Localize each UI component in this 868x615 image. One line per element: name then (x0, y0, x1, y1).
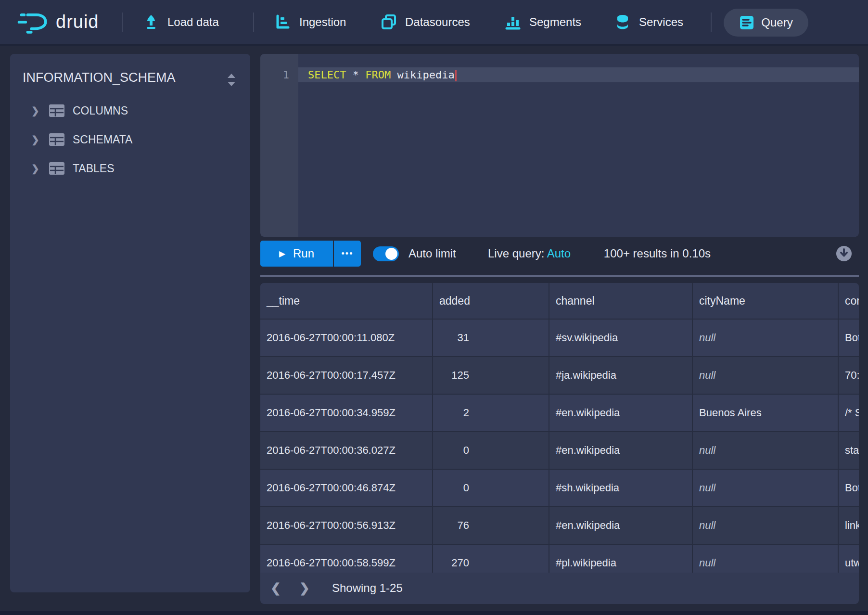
cell-time[interactable]: 2016-06-27T00:00:11.080Z (260, 319, 433, 357)
column-header-cityname[interactable]: cityName (692, 283, 838, 319)
next-page-button[interactable]: ❯ (296, 579, 313, 597)
cell-channel[interactable]: #en.wikipedia (549, 432, 692, 469)
line-number: 1 (260, 67, 289, 82)
live-query-label: Live query: (488, 247, 544, 260)
cell-added[interactable]: 0 (433, 432, 549, 469)
results-table: __time added channel cityName comment 20… (260, 283, 859, 582)
sql-star: * (353, 69, 359, 81)
table-icon (49, 162, 65, 175)
sidebar-item-tables[interactable]: ❯ TABLES (10, 159, 250, 178)
nav-item-segments[interactable]: Segments (504, 0, 581, 44)
cell-cityname[interactable]: Buenos Aires (692, 394, 838, 432)
cell-comment[interactable]: Bot (838, 469, 859, 507)
cell-added[interactable]: 31 (433, 319, 549, 357)
cell-added[interactable]: 0 (433, 469, 549, 507)
cell-cityname[interactable]: null (692, 319, 838, 357)
table-row: 2016-06-27T00:00:17.457Z 125 #ja.wikiped… (260, 357, 859, 394)
sql-editor[interactable]: 1 SELECT * FROM wikipedia (260, 54, 859, 237)
sidebar-item-label: TABLES (73, 162, 115, 175)
cell-cityname[interactable]: null (692, 469, 838, 507)
cell-time[interactable]: 2016-06-27T00:00:36.027Z (260, 432, 433, 469)
chevron-right-icon: ❯ (31, 105, 41, 116)
nav-divider (253, 13, 254, 32)
resize-splitter[interactable] (260, 275, 859, 277)
druid-logo[interactable]: druid (17, 0, 99, 44)
double-caret-icon[interactable] (225, 72, 238, 90)
nav-item-datasources[interactable]: Datasources (380, 0, 470, 44)
sidebar-item-columns[interactable]: ❯ COLUMNS (10, 101, 250, 120)
results-body: 2016-06-27T00:00:11.080Z 31 #sv.wikipedi… (260, 319, 859, 582)
play-icon: ▶ (279, 249, 285, 259)
auto-limit-label: Auto limit (408, 247, 456, 260)
table-row: 2016-06-27T00:00:34.959Z 2 #en.wikipedia… (260, 394, 859, 432)
nav-item-load-data[interactable]: Load data (142, 0, 219, 44)
cell-time[interactable]: 2016-06-27T00:00:34.959Z (260, 394, 433, 432)
cell-time[interactable]: 2016-06-27T00:00:17.457Z (260, 357, 433, 394)
cell-added[interactable]: 125 (433, 357, 549, 394)
services-icon (614, 13, 631, 31)
cell-channel[interactable]: #en.wikipedia (549, 507, 692, 544)
sidebar-item-label: COLUMNS (73, 104, 128, 117)
run-button-label: Run (293, 247, 314, 260)
cell-time[interactable]: 2016-06-27T00:00:56.913Z (260, 507, 433, 544)
chevron-right-icon: ❯ (31, 134, 41, 145)
cell-comment[interactable]: 70: (838, 357, 859, 394)
cell-cityname[interactable]: null (692, 507, 838, 544)
window-bottom-edge (0, 611, 868, 615)
cell-time[interactable]: 2016-06-27T00:00:46.874Z (260, 469, 433, 507)
nav-item-label: Query (761, 16, 792, 29)
nav-item-ingestion[interactable]: Ingestion (274, 0, 346, 44)
results-header-row: __time added channel cityName comment (260, 283, 859, 319)
table-icon (49, 133, 65, 146)
sql-keyword: FROM (365, 69, 391, 81)
nav-divider (711, 13, 712, 32)
datasources-icon (380, 13, 397, 31)
column-header-added[interactable]: added (433, 283, 549, 319)
nav-item-label: Datasources (405, 15, 470, 29)
druid-console: druid Load data Ingestion (0, 0, 868, 615)
cell-channel[interactable]: #sv.wikipedia (549, 319, 692, 357)
cell-cityname[interactable]: null (692, 357, 838, 394)
table-row: 2016-06-27T00:00:36.027Z 0 #en.wikipedia… (260, 432, 859, 469)
column-header-channel[interactable]: channel (549, 283, 692, 319)
chevron-right-icon: ❯ (31, 163, 41, 174)
table-row: 2016-06-27T00:00:56.913Z 76 #en.wikipedi… (260, 507, 859, 544)
sql-code-line[interactable]: SELECT * FROM wikipedia (308, 67, 457, 82)
nav-item-query[interactable]: Query (724, 9, 808, 37)
showing-label: Showing 1-25 (332, 581, 403, 595)
sql-identifier: wikipedia (397, 69, 454, 81)
run-button[interactable]: ▶ Run (260, 241, 333, 267)
nav-item-services[interactable]: Services (614, 0, 683, 44)
nav-item-label: Services (639, 15, 683, 29)
download-icon[interactable] (836, 245, 852, 262)
cell-channel[interactable]: #ja.wikipedia (549, 357, 692, 394)
cell-comment[interactable]: /* S (838, 394, 859, 432)
ingestion-icon (274, 13, 292, 31)
cell-comment[interactable]: sta (838, 432, 859, 469)
brand-name: druid (56, 12, 99, 32)
cell-channel[interactable]: #sh.wikipedia (549, 469, 692, 507)
column-header-time[interactable]: __time (260, 283, 433, 319)
sidebar-item-label: SCHEMATA (73, 133, 132, 146)
prev-page-button[interactable]: ❮ (267, 579, 284, 597)
pagination-bar: ❮ ❯ Showing 1-25 (260, 573, 859, 604)
top-navbar: druid Load data Ingestion (0, 0, 868, 46)
auto-limit-toggle[interactable] (373, 246, 399, 261)
schema-title: INFORMATION_SCHEMA (23, 70, 176, 85)
nav-item-label: Segments (529, 15, 581, 29)
cell-channel[interactable]: #en.wikipedia (549, 394, 692, 432)
table-row: 2016-06-27T00:00:11.080Z 31 #sv.wikipedi… (260, 319, 859, 357)
live-query-value[interactable]: Auto (547, 247, 571, 260)
run-more-button[interactable]: ••• (334, 241, 361, 267)
cell-added[interactable]: 2 (433, 394, 549, 432)
sidebar-item-schemata[interactable]: ❯ SCHEMATA (10, 130, 250, 149)
cell-cityname[interactable]: null (692, 432, 838, 469)
text-cursor (455, 70, 457, 81)
cell-comment[interactable]: Bot (838, 319, 859, 357)
cell-comment[interactable]: link (838, 507, 859, 544)
table-row: 2016-06-27T00:00:46.874Z 0 #sh.wikipedia… (260, 469, 859, 507)
cell-added[interactable]: 76 (433, 507, 549, 544)
results-panel: __time added channel cityName comment 20… (260, 283, 859, 604)
nav-item-label: Ingestion (299, 15, 346, 29)
column-header-comment[interactable]: comment (838, 283, 859, 319)
